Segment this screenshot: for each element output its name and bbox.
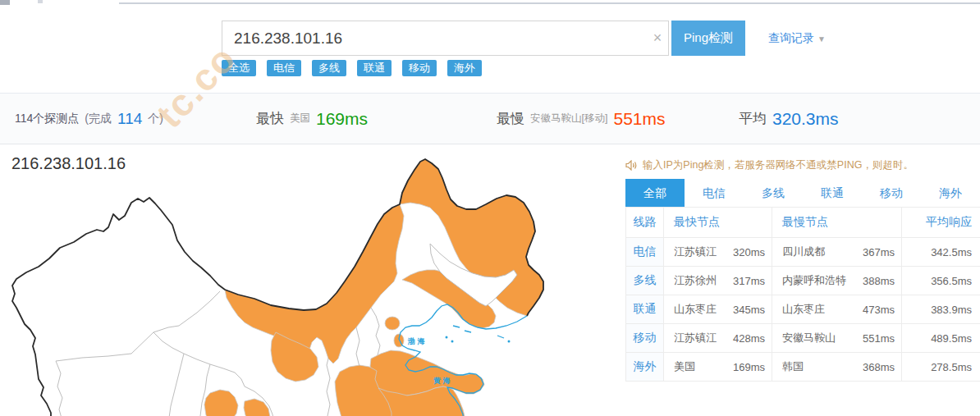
map-ip-title: 216.238.101.16 — [11, 154, 126, 173]
fast-ms: 317ms — [733, 275, 765, 287]
isp-filter-button[interactable]: 全选 — [222, 60, 256, 76]
isp-filter-button[interactable]: 电信 — [267, 60, 301, 76]
result-tab[interactable]: 电信 — [685, 179, 744, 207]
avg-cell: 383.9ms — [902, 295, 980, 324]
isp-filter-button[interactable]: 联通 — [357, 60, 392, 76]
browser-edge-fragment — [38, 0, 43, 3]
isp-filter-group: 全选电信多线联通移动海外 — [222, 60, 482, 76]
slow-ms: 473ms — [863, 304, 895, 316]
table-row: 移动 江苏镇江428ms 安徽马鞍山551ms 489.5ms — [626, 324, 980, 353]
average-stat: 平均 320.3ms — [739, 94, 839, 144]
fast-ms: 345ms — [733, 304, 765, 316]
slow-ms: 388ms — [863, 275, 895, 287]
isp-filter-button[interactable]: 移动 — [402, 60, 437, 76]
bohai-sea-label: 渤 海 — [407, 337, 425, 345]
ping-result-table: 线路 最快节点 最慢节点 平均响应 电信 江苏镇江320ms 四川成都367ms… — [625, 207, 980, 382]
avg-cell: 278.5ms — [902, 353, 980, 382]
isp-filter-button[interactable]: 多线 — [312, 60, 346, 76]
slow-node: 安徽马鞍山 — [782, 331, 836, 345]
fast-ms: 169ms — [733, 361, 765, 373]
fastest-stat: 最快 美国 169ms — [256, 94, 368, 144]
fast-ms: 320ms — [733, 246, 765, 258]
speaker-icon — [625, 160, 638, 171]
slowest-node: 安徽马鞍山[移动] — [530, 112, 607, 126]
slow-ms: 367ms — [863, 246, 895, 258]
probe-count: 114个探测点 (完成114个) — [15, 94, 163, 144]
fast-node: 山东枣庄 — [674, 302, 717, 317]
slowest-stat: 最慢 安徽马鞍山[移动] 551ms — [497, 94, 665, 144]
slow-node: 内蒙呼和浩特 — [782, 273, 846, 288]
ip-search-input[interactable] — [222, 21, 669, 56]
line-cell: 多线 — [626, 267, 664, 295]
fast-node: 江苏镇江 — [674, 245, 717, 259]
fastest-node: 美国 — [290, 112, 310, 126]
clear-input-icon[interactable]: × — [645, 21, 670, 56]
avg-cell: 342.5ms — [902, 238, 980, 267]
line-cell: 海外 — [626, 353, 664, 382]
fast-node: 美国 — [674, 359, 695, 374]
query-history-link[interactable]: 查询记录▼ — [768, 31, 826, 46]
table-row: 多线 江苏徐州317ms 内蒙呼和浩特388ms 356.5ms — [626, 267, 980, 295]
result-tabs: 全部电信多线联通移动海外 — [625, 179, 980, 207]
slow-ms: 551ms — [863, 332, 895, 345]
result-tab[interactable]: 全部 — [625, 179, 685, 207]
line-cell: 电信 — [626, 238, 664, 267]
browser-edge-fragment — [0, 0, 10, 5]
table-row: 海外 美国169ms 韩国368ms 278.5ms — [626, 353, 980, 382]
slow-node: 四川成都 — [782, 245, 825, 259]
isp-filter-button[interactable]: 海外 — [447, 60, 482, 76]
result-tab[interactable]: 海外 — [921, 179, 980, 207]
yellow-sea-label: 黄 海 — [433, 377, 451, 385]
slow-node: 韩国 — [782, 359, 804, 374]
result-tab[interactable]: 联通 — [803, 179, 862, 207]
ping-notice: 输入IP为Ping检测，若服务器网络不通或禁PING，则超时。 — [625, 158, 980, 172]
col-slowest-node: 最慢节点 — [772, 208, 902, 238]
line-cell: 联通 — [626, 295, 664, 324]
slow-node: 山东枣庄 — [782, 302, 825, 317]
table-row: 联通 山东枣庄345ms 山东枣庄473ms 383.9ms — [626, 295, 980, 324]
province-shandong — [370, 350, 484, 395]
fast-node: 江苏镇江 — [674, 331, 717, 345]
col-line: 线路 — [626, 208, 664, 238]
chevron-down-icon: ▼ — [817, 34, 826, 43]
ping-check-button[interactable]: Ping检测 — [671, 21, 745, 56]
summary-stats-bar: 114个探测点 (完成114个) 最快 美国 169ms 最慢 安徽马鞍山[移动… — [0, 93, 980, 144]
fast-ms: 428ms — [733, 332, 765, 345]
line-cell: 移动 — [626, 324, 664, 353]
avg-cell: 489.5ms — [902, 324, 980, 353]
slowest-value: 551ms — [613, 109, 665, 129]
top-divider — [119, 2, 980, 4]
fastest-value: 169ms — [316, 109, 368, 129]
probes-done-count: 114 — [117, 110, 142, 128]
table-header-row: 线路 最快节点 最慢节点 平均响应 — [626, 208, 980, 238]
province-beijing — [385, 317, 400, 330]
china-ping-map: 渤 海 黄 海 — [0, 152, 607, 416]
result-tab[interactable]: 多线 — [744, 179, 803, 207]
fast-node: 江苏徐州 — [674, 273, 717, 288]
col-fastest-node: 最快节点 — [664, 208, 772, 238]
average-value: 320.3ms — [772, 109, 839, 129]
avg-cell: 356.5ms — [902, 267, 980, 295]
table-row: 电信 江苏镇江320ms 四川成都367ms 342.5ms — [626, 238, 980, 267]
col-average: 平均响应 — [902, 208, 980, 238]
slow-ms: 368ms — [863, 361, 895, 373]
result-tab[interactable]: 移动 — [862, 179, 921, 207]
